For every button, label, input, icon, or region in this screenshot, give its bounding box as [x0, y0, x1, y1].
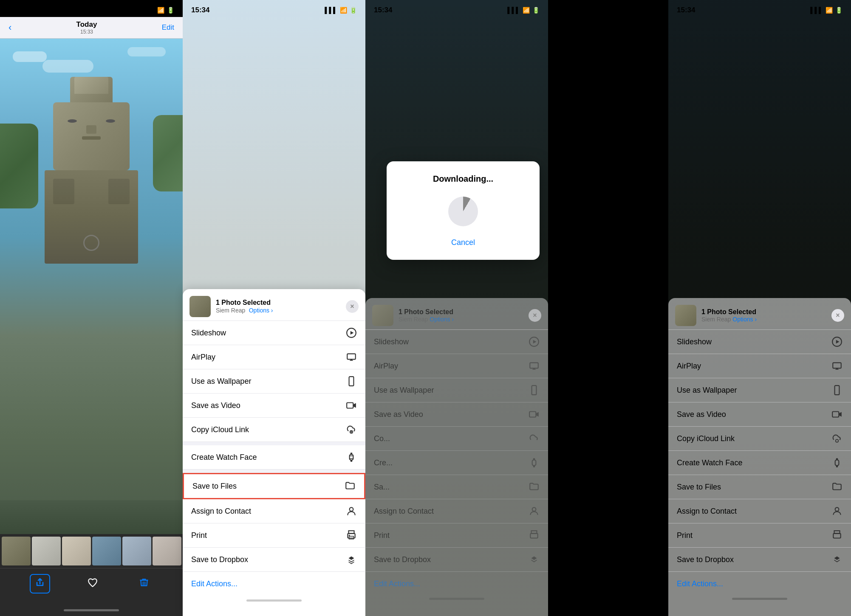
print-icon: [346, 530, 357, 541]
downloading-title: Downloading...: [397, 174, 529, 184]
svg-point-15: [349, 534, 350, 536]
thumb-2[interactable]: [32, 537, 61, 565]
dimmed-row-5: Co...: [365, 427, 548, 451]
panel3-left: 15:34 ▌▌▌ 📶 🔋 1 Photo Selected Siem Reap: [365, 0, 548, 616]
share-button[interactable]: [30, 574, 50, 593]
temple-face-block: [53, 102, 130, 170]
temple-detail-circle: [83, 235, 99, 251]
right-edit-actions[interactable]: Edit Actions...: [668, 572, 851, 596]
sharerow-savevideo[interactable]: Save as Video: [183, 394, 365, 418]
sharerow-savefiles[interactable]: Save to Files: [183, 473, 365, 499]
temple-body: [45, 170, 138, 264]
spinner-visual: [448, 197, 478, 226]
thumb-1[interactable]: [2, 537, 31, 565]
temple-crown-inner: [74, 77, 108, 94]
home-indicator-p2: [246, 599, 302, 602]
dimmed-icon-2: [529, 360, 540, 371]
sharerow-airplay[interactable]: AirPlay: [183, 345, 365, 369]
right-row-3: Use as Wallpaper: [668, 378, 851, 402]
photo-background: [0, 39, 183, 534]
svg-point-36: [836, 439, 839, 442]
back-button[interactable]: ‹: [8, 22, 11, 33]
downloading-dialog: Downloading... Cancel: [387, 161, 540, 260]
sharerow-slideshow[interactable]: Slideshow: [183, 321, 365, 345]
dimmed-sub: Siem Reap Options ›: [399, 316, 454, 323]
sharerow-icloud[interactable]: Copy iCloud Link: [183, 418, 365, 442]
watchface-label: Create Watch Face: [191, 453, 257, 462]
icloud-icon: [346, 424, 357, 435]
edit-button[interactable]: Edit: [162, 23, 174, 32]
share-close-button[interactable]: ×: [346, 300, 359, 313]
dimmed-info: 1 Photo Selected Siem Reap Options ›: [399, 308, 454, 323]
svg-marker-17: [533, 340, 537, 344]
svg-rect-21: [529, 412, 536, 417]
right-icon-9: [831, 530, 843, 541]
thumb-3[interactable]: [62, 537, 91, 565]
dimmed-icon-4: [529, 409, 540, 420]
nav-title: Today 15:33: [76, 20, 97, 35]
heart-icon: [87, 577, 98, 588]
right-row-7: Save to Files: [668, 475, 851, 499]
svg-rect-38: [836, 458, 838, 460]
thumb-5[interactable]: [122, 537, 151, 565]
edit-actions-button[interactable]: Edit Actions...: [183, 572, 365, 596]
sharerow-watchface[interactable]: Create Watch Face: [183, 445, 365, 470]
share-photo-count: 1 Photo Selected: [216, 299, 346, 307]
ground: [0, 500, 183, 534]
status-icons-p2: ▌▌▌ 📶 🔋: [325, 7, 357, 14]
like-button[interactable]: [84, 574, 102, 594]
right-row-1: Slideshow: [668, 330, 851, 354]
svg-rect-14: [349, 536, 354, 539]
temple-eye-left: [68, 119, 77, 123]
wifi-icon: 📶: [157, 7, 164, 14]
sharerow-contact[interactable]: Assign to Contact: [183, 499, 365, 523]
panel-photos: 15:52 ▌▌▌ 📶 🔋 ‹ Today 15:33 Edit: [0, 0, 183, 616]
dimmed-row-10: Save to Dropbox: [365, 548, 548, 572]
svg-point-26: [532, 507, 536, 511]
airplay-label: AirPlay: [191, 353, 215, 362]
wallpaper-icon: [346, 376, 357, 387]
dropbox-icon: [346, 554, 357, 565]
thumb-6[interactable]: [153, 537, 181, 565]
thumb-4[interactable]: [92, 537, 121, 565]
right-info: 1 Photo Selected Siem Reap Options ›: [701, 308, 757, 323]
tree-right: [153, 115, 183, 191]
right-sub: Siem Reap Options ›: [701, 316, 757, 323]
dimmed-row-9: Print: [365, 523, 548, 548]
time-label-p2: 15:34: [191, 6, 209, 14]
right-icon-4: [831, 409, 843, 420]
home-indicator-p1: [0, 604, 183, 616]
tree-left: [0, 124, 38, 208]
dropbox-label: Save to Dropbox: [191, 555, 248, 564]
share-info: 1 Photo Selected Siem Reap Options ›: [216, 299, 346, 314]
time-label-p3r: 15:34: [677, 6, 695, 14]
slideshow-icon: [346, 327, 357, 338]
right-row-5: Copy iCloud Link: [668, 427, 851, 451]
svg-rect-31: [833, 363, 841, 368]
sharerow-dropbox[interactable]: Save to Dropbox: [183, 548, 365, 572]
share-options-link[interactable]: Options ›: [249, 307, 273, 314]
icloud-label: Copy iCloud Link: [191, 425, 249, 434]
cloud-2: [42, 60, 93, 73]
share-icon: [35, 577, 45, 588]
share-thumbnail: [189, 296, 211, 317]
dimmed-icon-6: [529, 457, 540, 468]
right-home-bar: [732, 598, 787, 600]
dimmed-row-6: Cre...: [365, 451, 548, 475]
print-label: Print: [191, 531, 207, 540]
dimmed-options: Options ›: [430, 316, 454, 323]
panel-share: 15:34 ▌▌▌ 📶 🔋 1 Photo Selected Siem Reap…: [183, 0, 365, 616]
dimmed-row-4: Save as Video: [365, 402, 548, 427]
svg-rect-2: [347, 354, 356, 359]
svg-rect-8: [350, 455, 353, 460]
cancel-button[interactable]: Cancel: [397, 238, 529, 247]
right-row-9: Print: [668, 523, 851, 548]
sharerow-wallpaper[interactable]: Use as Wallpaper: [183, 369, 365, 394]
dimmed-row-2: AirPlay: [365, 354, 548, 378]
sharerow-print[interactable]: Print: [183, 523, 365, 548]
wifi-icon-p3r: 📶: [826, 7, 833, 14]
temple-window-left: [53, 179, 74, 204]
svg-rect-24: [533, 458, 535, 460]
trash-button[interactable]: [135, 574, 153, 594]
svg-rect-20: [532, 385, 537, 395]
